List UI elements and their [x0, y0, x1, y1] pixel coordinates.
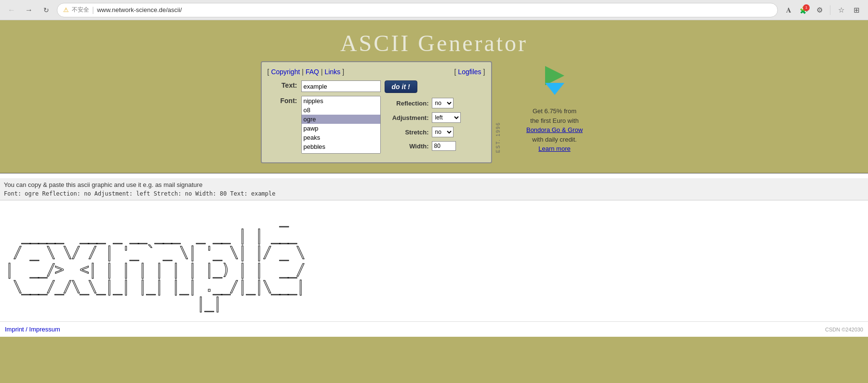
forward-button[interactable]: →	[22, 3, 36, 17]
favorites-icon: ☆	[838, 6, 844, 14]
page-title: ASCII Generator	[0, 30, 868, 56]
right-controls: Reflection: no yes Adjustment: left cent…	[386, 96, 461, 151]
logfiles-link[interactable]: Logfiles	[458, 68, 481, 76]
ascii-art: _ _____ ___ _ __ ___ _ __ | | ___ / _ \ …	[5, 210, 863, 312]
font-row: Font: nipples o8 ogre pawp peaks pebbles…	[267, 96, 485, 154]
translate-button[interactable]: 𝐀	[782, 3, 795, 17]
faq-link[interactable]: FAQ	[306, 68, 319, 76]
favorites-button[interactable]: ☆	[834, 3, 848, 17]
text-input[interactable]	[301, 80, 381, 92]
nav-sep2: |	[321, 68, 323, 76]
adjustment-select[interactable]: left center right	[432, 112, 461, 123]
translate-icon: 𝐀	[786, 6, 791, 14]
font-option-pebbles[interactable]: pebbles	[302, 142, 380, 151]
output-info: You can copy & paste this ascii graphic …	[0, 178, 868, 200]
est-label: EST. 1996	[495, 122, 501, 153]
reflection-label: Reflection:	[386, 100, 429, 107]
font-option-ogre[interactable]: ogre	[302, 115, 380, 124]
reflection-row: Reflection: no yes	[386, 98, 461, 108]
width-label: Width:	[386, 143, 429, 150]
stretch-select[interactable]: no yes	[432, 127, 454, 137]
font-select-container: nipples o8 ogre pawp peaks pebbles peppe…	[301, 96, 381, 154]
settings-button[interactable]: ⚙	[813, 3, 826, 17]
font-option-nipples[interactable]: nipples	[302, 96, 380, 106]
address-bar[interactable]: ⚠ 不安全 | www.network-science.de/ascii/	[57, 3, 778, 17]
nav-links-left: [ Copyright | FAQ | Links ]	[267, 68, 345, 76]
ad-line1: Get 6.75% from	[533, 107, 576, 115]
links-link[interactable]: Links	[325, 68, 341, 76]
ad-line3: with daily credit.	[532, 136, 576, 143]
control-panel: [ Copyright | FAQ | Links ] [ Logfiles ]…	[261, 61, 492, 163]
sidebar-icon: ⊞	[854, 6, 860, 14]
browser-chrome: ← → ↻ ⚠ 不安全 | www.network-science.de/asc…	[0, 0, 868, 20]
copy-hint: You can copy & paste this ascii graphic …	[4, 181, 864, 188]
logo-green-shape	[545, 66, 564, 85]
font-option-pepper[interactable]: pepper	[302, 151, 380, 154]
stretch-row: Stretch: no yes	[386, 127, 461, 137]
bracket-close: ]	[342, 68, 344, 76]
settings-display: Font: ogre Reflection: no Adjustment: le…	[4, 190, 864, 197]
footer-right: CSDN ©242030	[825, 327, 863, 332]
output-section: You can copy & paste this ascii graphic …	[0, 173, 868, 321]
adjustment-row: Adjustment: left center right	[386, 112, 461, 123]
page-footer: Imprint / Impressum CSDN ©242030	[0, 321, 868, 337]
text-row: Text: do it !	[267, 80, 485, 93]
ad-logo	[535, 61, 574, 102]
width-input[interactable]	[432, 141, 456, 151]
font-listbox[interactable]: nipples o8 ogre pawp peaks pebbles peppe…	[301, 96, 381, 154]
back-button[interactable]: ←	[5, 3, 18, 17]
settings-icon: ⚙	[816, 6, 823, 14]
nav-links-right: [ Logfiles ]	[454, 68, 485, 76]
browser-actions: 𝐀 🧩 1 ⚙ ☆ ⊞	[782, 3, 863, 17]
main-layout: [ Copyright | FAQ | Links ] [ Logfiles ]…	[0, 61, 868, 163]
learn-more-link[interactable]: Learn more	[538, 145, 570, 152]
bondora-logo-svg	[535, 61, 574, 100]
font-option-pawp[interactable]: pawp	[302, 124, 380, 133]
stretch-label: Stretch:	[386, 129, 429, 136]
page-header: ASCII Generator	[0, 30, 868, 56]
copyright-link[interactable]: Copyright	[271, 68, 300, 76]
bracket-open: [	[267, 68, 269, 76]
extensions-badge: 1	[803, 4, 810, 11]
reflection-select[interactable]: no yes	[432, 98, 454, 108]
nav-sep1: |	[302, 68, 304, 76]
separator: |	[92, 6, 94, 14]
divider	[830, 5, 830, 15]
insecure-label: 不安全	[72, 6, 89, 14]
adjustment-label: Adjustment:	[386, 114, 429, 121]
ad-panel: Get 6.75% from the first Euro with Bondo…	[502, 61, 608, 163]
ad-line2: the first Euro with	[530, 117, 578, 124]
warning-icon: ⚠	[63, 6, 69, 13]
text-label: Text:	[267, 80, 301, 89]
logfiles-bracket-open: [	[454, 68, 456, 76]
page-content: ASCII Generator [ Copyright | FAQ | Link…	[0, 20, 868, 321]
nav-links: [ Copyright | FAQ | Links ] [ Logfiles ]	[267, 68, 485, 76]
imprint-link[interactable]: Imprint / Impressum	[5, 326, 60, 333]
ascii-output: _ _____ ___ _ __ ___ _ __ | | ___ / _ \ …	[0, 200, 868, 321]
font-label: Font:	[267, 96, 301, 105]
logfiles-bracket-close: ]	[483, 68, 485, 76]
font-option-peaks[interactable]: peaks	[302, 133, 380, 142]
sidebar-button[interactable]: ⊞	[850, 3, 863, 17]
ad-text: Get 6.75% from the first Euro with Bondo…	[526, 106, 583, 154]
logo-blue-shape	[545, 83, 564, 95]
refresh-button[interactable]: ↻	[40, 3, 53, 17]
width-row: Width:	[386, 141, 461, 151]
bondora-link[interactable]: Bondora Go & Grow	[526, 126, 583, 133]
do-it-button[interactable]: do it !	[385, 80, 417, 93]
extensions-button[interactable]: 🧩 1	[797, 3, 811, 17]
font-option-o8[interactable]: o8	[302, 106, 380, 115]
url-text: www.network-science.de/ascii/	[97, 6, 772, 13]
